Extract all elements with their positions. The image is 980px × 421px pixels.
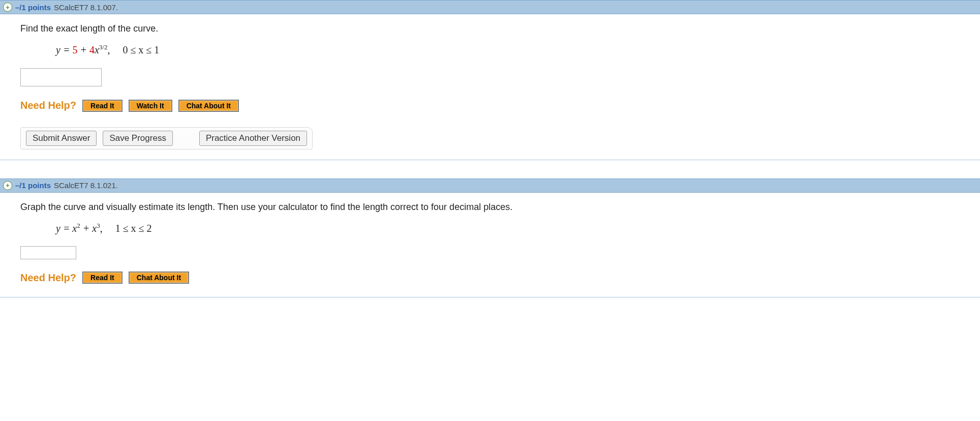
practice-another-button[interactable]: Practice Another Version — [199, 131, 307, 146]
answer-input-q2[interactable] — [20, 246, 76, 259]
question1-body: Find the exact length of the curve. y = … — [0, 14, 980, 160]
chat-about-it-button[interactable]: Chat About It — [129, 272, 189, 284]
question2-body: Graph the curve and visually estimate it… — [0, 193, 980, 298]
source-label: SCalcET7 8.1.007. — [54, 3, 118, 12]
need-help-label: Need Help? — [20, 100, 76, 111]
question2-header: + –/1 points SCalcET7 8.1.021. — [0, 178, 980, 193]
submit-answer-button[interactable]: Submit Answer — [26, 131, 97, 146]
question1-header: + –/1 points SCalcET7 8.1.007. — [0, 0, 980, 14]
save-progress-button[interactable]: Save Progress — [103, 131, 173, 146]
watch-it-button[interactable]: Watch It — [129, 100, 172, 112]
source-label: SCalcET7 8.1.021. — [54, 181, 118, 190]
answer-input-q1[interactable] — [20, 68, 102, 86]
points-label: –/1 points — [15, 3, 51, 12]
read-it-button[interactable]: Read It — [82, 272, 122, 284]
expand-icon[interactable]: + — [3, 3, 12, 12]
question1-prompt: Find the exact length of the curve. — [20, 23, 965, 34]
chat-about-it-button[interactable]: Chat About It — [178, 100, 239, 112]
question2-equation: y = x2 + x3, 1 ≤ x ≤ 2 — [56, 222, 965, 234]
question1-equation: y = 5 + 4x3/2, 0 ≤ x ≤ 1 — [56, 43, 965, 56]
read-it-button[interactable]: Read It — [82, 100, 122, 112]
points-label: –/1 points — [15, 181, 51, 190]
need-help-label: Need Help? — [20, 272, 76, 284]
expand-icon[interactable]: + — [3, 181, 12, 190]
question2-prompt: Graph the curve and visually estimate it… — [20, 202, 965, 213]
action-bar: Submit Answer Save Progress Practice Ano… — [20, 127, 313, 149]
